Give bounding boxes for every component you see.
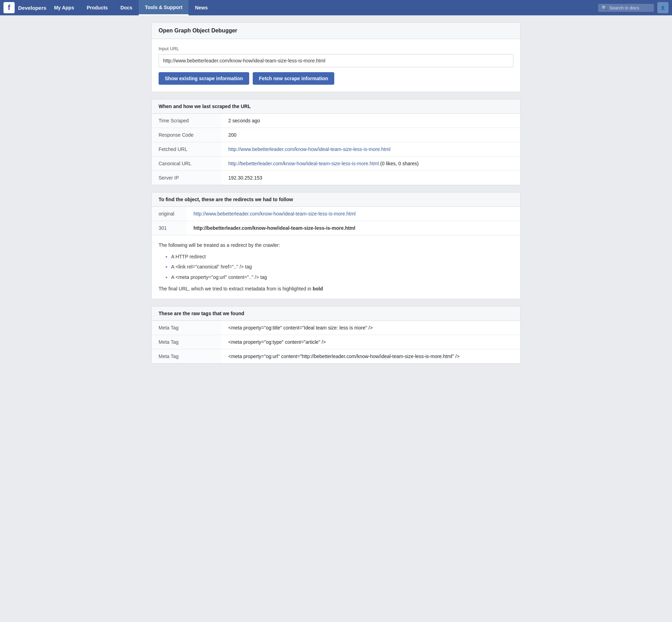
nav-item-products[interactable]: Products: [81, 0, 114, 15]
row-value: <meta property="og:title" content="Ideal…: [221, 321, 520, 335]
list-item: A <link rel="canonical" href=".." /> tag: [166, 263, 513, 271]
nav-item-news[interactable]: News: [189, 0, 214, 15]
row-label: Server IP: [152, 171, 221, 185]
debugger-card: Open Graph Object Debugger Input URL Sho…: [151, 22, 521, 92]
row-value: 200: [221, 128, 520, 142]
nav-items: My Apps Products Docs Tools & Support Ne…: [48, 0, 598, 15]
row-value: 192.30.252.153: [221, 171, 520, 185]
raw-tags-heading: These are the raw tags that we found: [152, 306, 520, 321]
redirects-card: To find the object, these are the redire…: [151, 192, 521, 299]
table-row: Server IP 192.30.252.153: [152, 171, 520, 185]
note-list: A HTTP redirect A <link rel="canonical" …: [166, 252, 513, 282]
list-item: A <meta property="og:url" content=".." /…: [166, 273, 513, 282]
row-value: http://bebetterleader.com/know-how/ideal…: [221, 157, 520, 171]
debugger-body: Input URL Show existing scrape informati…: [152, 39, 520, 92]
debugger-title: Open Graph Object Debugger: [152, 23, 520, 39]
button-row: Show existing scrape information Fetch n…: [159, 72, 513, 85]
scrape-section-heading: When and how we last scraped the URL: [152, 99, 520, 114]
table-row: Response Code 200: [152, 128, 520, 142]
scrape-table: Time Scraped 2 seconds ago Response Code…: [152, 114, 520, 185]
table-row: Meta Tag <meta property="og:title" conte…: [152, 321, 520, 335]
row-label: Fetched URL: [152, 142, 221, 157]
redirects-table: original http://www.bebetterleader.com/k…: [152, 207, 520, 235]
note-intro: The following will be treated as a redir…: [159, 242, 280, 248]
row-value: http://www.bebetterleader.com/know-how/i…: [221, 142, 520, 157]
row-label: Meta Tag: [152, 349, 221, 363]
row-value: <meta property="og:url" content="http://…: [221, 349, 520, 363]
facebook-logo: f: [3, 2, 15, 13]
table-row: Meta Tag <meta property="og:type" conten…: [152, 335, 520, 349]
note-bold: bold: [313, 286, 323, 291]
show-existing-button[interactable]: Show existing scrape information: [159, 72, 249, 85]
list-item: A HTTP redirect: [166, 252, 513, 261]
table-row: Canonical URL http://bebetterleader.com/…: [152, 157, 520, 171]
user-avatar[interactable]: 👤: [657, 2, 669, 13]
row-label: Time Scraped: [152, 114, 221, 128]
main-content: Open Graph Object Debugger Input URL Sho…: [144, 22, 528, 364]
scrape-info-card: When and how we last scraped the URL Tim…: [151, 99, 521, 185]
redirect-final-url: http://bebetterleader.com/know-how/ideal…: [193, 225, 355, 231]
fetch-new-button[interactable]: Fetch new scrape information: [253, 72, 334, 85]
row-label: Response Code: [152, 128, 221, 142]
search-placeholder: Search in docs: [609, 5, 639, 10]
url-input[interactable]: [159, 54, 513, 67]
row-label: Meta Tag: [152, 321, 221, 335]
table-row: Fetched URL http://www.bebetterleader.co…: [152, 142, 520, 157]
row-value: 2 seconds ago: [221, 114, 520, 128]
input-url-label: Input URL: [159, 46, 513, 51]
redirect-note: The following will be treated as a redir…: [152, 235, 520, 299]
row-label: 301: [152, 221, 186, 235]
original-url-link[interactable]: http://www.bebetterleader.com/know-how/i…: [193, 211, 356, 217]
canonical-url-suffix: (0 likes, 0 shares): [380, 161, 419, 166]
nav-item-docs[interactable]: Docs: [114, 0, 138, 15]
row-value: http://www.bebetterleader.com/know-how/i…: [186, 207, 520, 221]
row-value: <meta property="og:type" content="articl…: [221, 335, 520, 349]
navigation: f Developers My Apps Products Docs Tools…: [0, 0, 672, 15]
search-box[interactable]: 🔍 Search in docs: [598, 4, 654, 12]
nav-item-tools-support[interactable]: Tools & Support: [139, 0, 189, 15]
table-row: Meta Tag <meta property="og:url" content…: [152, 349, 520, 363]
row-value: http://bebetterleader.com/know-how/ideal…: [186, 221, 520, 235]
raw-tags-card: These are the raw tags that we found Met…: [151, 306, 521, 364]
redirects-section-heading: To find the object, these are the redire…: [152, 192, 520, 207]
nav-item-myapps[interactable]: My Apps: [48, 0, 81, 15]
fetched-url-link[interactable]: http://www.bebetterleader.com/know-how/i…: [228, 146, 390, 152]
table-row: original http://www.bebetterleader.com/k…: [152, 207, 520, 221]
row-label: Canonical URL: [152, 157, 221, 171]
canonical-url-link[interactable]: http://bebetterleader.com/know-how/ideal…: [228, 161, 379, 166]
brand-label: Developers: [18, 5, 46, 11]
row-label: Meta Tag: [152, 335, 221, 349]
raw-tags-table: Meta Tag <meta property="og:title" conte…: [152, 321, 520, 363]
note-final-text: The final URL, which we tried to extract…: [159, 286, 313, 291]
row-label: original: [152, 207, 186, 221]
search-icon: 🔍: [602, 5, 607, 10]
table-row: Time Scraped 2 seconds ago: [152, 114, 520, 128]
table-row: 301 http://bebetterleader.com/know-how/i…: [152, 221, 520, 235]
